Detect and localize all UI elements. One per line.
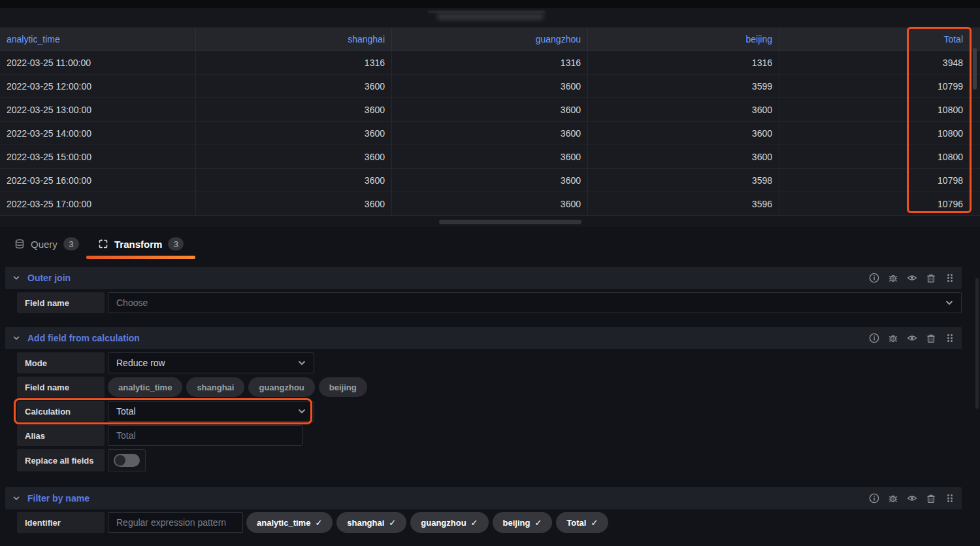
mode-select[interactable]: Reduce row	[108, 352, 314, 373]
transform-header-outer-join[interactable]: Outer join	[5, 267, 962, 289]
chip-label: guangzhou	[421, 518, 466, 528]
filter-chip-analytic-time[interactable]: analytic_time ✓	[246, 512, 333, 533]
cell-shanghai: 3600	[196, 169, 392, 192]
transform-title-filter-by-name[interactable]: Filter by name	[27, 493, 90, 503]
info-icon[interactable]	[869, 493, 879, 503]
cell-total: 3948	[779, 51, 980, 75]
drag-handle-icon[interactable]	[945, 273, 955, 283]
field-chip-shanghai[interactable]: shanghai	[186, 377, 244, 397]
active-tab-underline	[86, 256, 195, 259]
table-panel: analytic_time shanghai guangzhou beijing…	[0, 27, 980, 216]
field-chips: analytic_time shanghai guangzhou beijing	[108, 377, 367, 398]
table-row: 2022-03-25 13:00:00 3600 3600 3600 10800	[0, 98, 980, 122]
identifier-input[interactable]	[108, 512, 243, 533]
chevron-down-icon[interactable]	[12, 494, 21, 503]
chevron-down-icon	[944, 298, 955, 308]
eye-icon[interactable]	[907, 333, 917, 343]
editor-tabbar: Query 3 Transform 3	[0, 230, 980, 259]
field-name-select[interactable]: Choose	[108, 292, 962, 313]
cell-guangzhou: 3600	[392, 192, 588, 216]
chevron-down-icon[interactable]	[12, 333, 21, 343]
tab-transform-badge: 3	[168, 237, 184, 250]
debug-icon[interactable]	[888, 333, 898, 343]
table-row: 2022-03-25 14:00:00 3600 3600 3600 10800	[0, 122, 980, 145]
cell-total: 10800	[779, 98, 980, 122]
field-chip-beijing[interactable]: beijing	[319, 377, 367, 397]
chip-label: beijing	[503, 518, 531, 528]
eye-icon[interactable]	[907, 273, 917, 283]
field-name-chips-row: Field name analytic_time shanghai guangz…	[17, 377, 367, 398]
alias-row: Alias	[17, 425, 302, 446]
tab-query[interactable]: Query 3	[3, 231, 91, 256]
table-horizontal-scrollbar[interactable]	[439, 220, 581, 224]
table-vertical-scrollbar[interactable]	[973, 48, 977, 90]
cell-shanghai: 3600	[196, 192, 392, 216]
calculation-value: Total	[116, 406, 136, 417]
cell-beijing: 3599	[588, 75, 779, 98]
column-header-guangzhou[interactable]: guangzhou	[392, 27, 588, 51]
replace-all-fields-row: Replace all fields	[17, 449, 146, 471]
field-chip-analytic-time[interactable]: analytic_time	[108, 377, 182, 397]
transform-title-add-field[interactable]: Add field from calculation	[27, 333, 140, 343]
editor-vertical-scrollbar[interactable]	[975, 278, 979, 409]
filter-chip-guangzhou[interactable]: guangzhou ✓	[410, 512, 488, 533]
transform-header-filter-by-name[interactable]: Filter by name	[5, 487, 962, 509]
calculation-row: Calculation Total	[17, 401, 314, 422]
tab-query-label: Query	[31, 239, 57, 250]
info-icon[interactable]	[869, 273, 879, 283]
table-row: 2022-03-25 17:00:00 3600 3600 3596 10796	[0, 192, 980, 216]
alias-label: Alias	[17, 425, 105, 446]
cell-time: 2022-03-25 11:00:00	[0, 51, 196, 75]
drag-handle-icon[interactable]	[945, 493, 955, 503]
tab-query-badge: 3	[63, 237, 79, 250]
trash-icon[interactable]	[926, 273, 936, 283]
table-header-row: analytic_time shanghai guangzhou beijing…	[0, 27, 980, 51]
field-name-label: Field name	[17, 377, 105, 398]
cell-total: 10800	[779, 122, 980, 145]
calculation-select[interactable]: Total	[108, 401, 314, 422]
chip-label: shanghai	[197, 383, 234, 392]
identifier-label: Identifier	[17, 512, 105, 533]
filter-chip-total[interactable]: Total ✓	[556, 512, 608, 533]
replace-all-fields-toggle[interactable]	[108, 449, 146, 471]
field-chip-guangzhou[interactable]: guangzhou	[248, 377, 314, 397]
filter-chip-beijing[interactable]: beijing ✓	[493, 512, 553, 533]
cell-guangzhou: 3600	[392, 122, 588, 145]
cell-total: 10800	[779, 145, 980, 169]
mode-label: Mode	[17, 352, 105, 373]
chevron-down-icon	[297, 406, 307, 417]
process-icon	[98, 239, 108, 249]
column-header-beijing[interactable]: beijing	[588, 27, 779, 51]
transform-actions	[869, 493, 955, 503]
transform-title-outer-join[interactable]: Outer join	[27, 273, 71, 283]
cell-guangzhou: 3600	[392, 169, 588, 192]
eye-icon[interactable]	[907, 493, 917, 503]
debug-icon[interactable]	[888, 273, 898, 283]
debug-icon[interactable]	[888, 493, 898, 503]
cell-shanghai: 1316	[196, 51, 392, 75]
trash-icon[interactable]	[926, 493, 936, 503]
alias-input[interactable]	[108, 425, 302, 446]
blurred-panel-title	[436, 13, 544, 20]
column-header-total[interactable]: Total	[779, 27, 980, 51]
transform-actions	[869, 273, 955, 283]
filter-chips: analytic_time ✓ shanghai ✓ guangzhou ✓ b…	[246, 512, 608, 533]
cell-guangzhou: 3600	[392, 75, 588, 98]
info-icon[interactable]	[869, 333, 879, 343]
chip-label: guangzhou	[259, 383, 304, 392]
filter-chip-shanghai[interactable]: shanghai ✓	[336, 512, 406, 533]
toggle-knob	[115, 455, 125, 466]
column-header-analytic-time[interactable]: analytic_time	[0, 27, 196, 51]
drag-handle-icon[interactable]	[945, 333, 955, 343]
chip-label: analytic_time	[118, 383, 172, 392]
chevron-down-icon	[297, 358, 307, 368]
table-row: 2022-03-25 12:00:00 3600 3600 3599 10799	[0, 75, 980, 98]
column-header-shanghai[interactable]: shanghai	[196, 27, 392, 51]
transform-header-add-field[interactable]: Add field from calculation	[5, 327, 962, 349]
tab-transform-label: Transform	[114, 239, 162, 250]
table-row: 2022-03-25 16:00:00 3600 3600 3598 10798	[0, 169, 980, 192]
grafana-panel-editor: analytic_time shanghai guangzhou beijing…	[0, 0, 980, 546]
chevron-down-icon[interactable]	[12, 273, 21, 282]
tab-transform[interactable]: Transform 3	[86, 231, 195, 256]
trash-icon[interactable]	[926, 333, 936, 343]
